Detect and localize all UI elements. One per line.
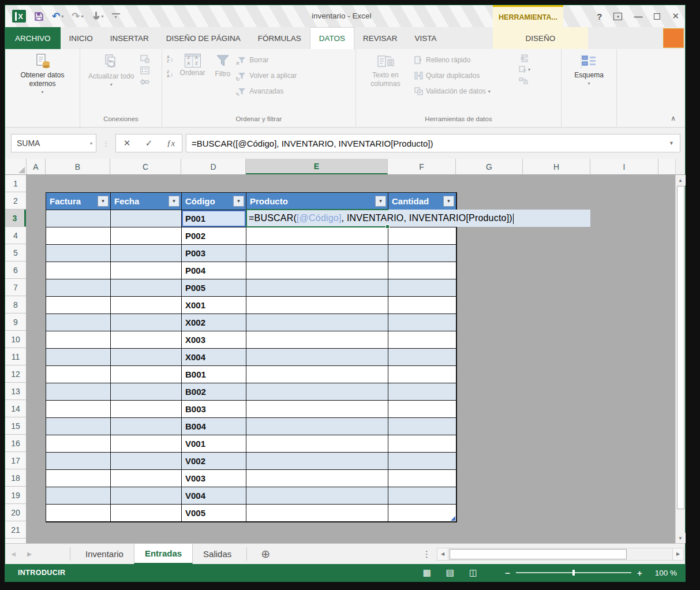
row-header-21[interactable]: 21 bbox=[5, 521, 26, 539]
code-cell-P003[interactable]: P003 bbox=[182, 245, 246, 262]
table-cell-r10c5[interactable] bbox=[246, 331, 388, 349]
tab-inicio[interactable]: INICIO bbox=[61, 27, 102, 49]
code-cell-P005[interactable]: P005 bbox=[182, 279, 246, 297]
minimize-button[interactable]: — bbox=[634, 12, 642, 21]
formula-bar-splitter[interactable]: ⋮ bbox=[100, 139, 112, 148]
row-header-3[interactable]: 3 bbox=[5, 210, 26, 227]
row-header-20[interactable]: 20 bbox=[5, 504, 26, 521]
table-cell-r16c3[interactable] bbox=[111, 435, 182, 453]
table-cell-r19c2[interactable] bbox=[46, 487, 111, 505]
row-header-10[interactable]: 10 bbox=[5, 331, 26, 348]
table-cell-r19c3[interactable] bbox=[111, 487, 182, 505]
table-cell-r13c3[interactable] bbox=[111, 383, 182, 401]
advanced-filter-button[interactable]: ✎ Avanzadas bbox=[237, 85, 297, 98]
clear-filter-button[interactable]: ✕ Borrar bbox=[237, 54, 297, 66]
reapply-filter-button[interactable]: ↻ Volver a aplicar bbox=[237, 69, 297, 82]
table-cell-r15c3[interactable] bbox=[111, 418, 182, 435]
row-header-15[interactable]: 15 bbox=[5, 417, 26, 435]
touch-mode-dropdown-icon[interactable]: ▾ bbox=[102, 14, 104, 19]
table-cell-r5c3[interactable] bbox=[111, 245, 182, 262]
data-validation-button[interactable]: Validación de datos ▾ bbox=[413, 85, 516, 98]
sort-button[interactable]: ZAAZ Ordenar bbox=[177, 51, 209, 80]
qat-customize-button[interactable]: ▾ bbox=[112, 13, 120, 20]
table-header-factura[interactable]: Factura▼ bbox=[46, 193, 111, 210]
vertical-scroll-thumb[interactable] bbox=[677, 186, 684, 509]
formula-input[interactable]: =BUSCAR([@Código], INVENTARIO, INVENTARI… bbox=[186, 134, 680, 152]
maximize-button[interactable] bbox=[654, 13, 660, 20]
table-cell-r7c6[interactable] bbox=[388, 279, 456, 297]
table-cell-r4c6[interactable] bbox=[388, 227, 456, 245]
refresh-all-button[interactable]: Actualizar todo ▾ bbox=[85, 51, 137, 90]
new-sheet-button[interactable]: ⊕ bbox=[252, 544, 279, 564]
table-cell-r7c2[interactable] bbox=[46, 279, 111, 297]
name-box-dropdown-icon[interactable]: ▾ bbox=[90, 141, 92, 146]
edit-links-button[interactable] bbox=[140, 78, 149, 86]
view-page-break-icon[interactable]: ◫ bbox=[469, 567, 477, 578]
table-cell-r11c5[interactable] bbox=[246, 349, 388, 366]
table-cell-r15c5[interactable] bbox=[246, 418, 388, 435]
table-cell-r6c3[interactable] bbox=[111, 262, 182, 279]
code-cell-B003[interactable]: B003 bbox=[182, 401, 246, 418]
table-cell-r3c2[interactable] bbox=[46, 210, 111, 227]
code-cell-X003[interactable]: X003 bbox=[182, 331, 246, 349]
table-header-producto[interactable]: Producto▼ bbox=[246, 193, 388, 210]
table-cell-r16c6[interactable] bbox=[388, 435, 456, 453]
remove-duplicates-button[interactable]: Quitar duplicados bbox=[413, 69, 516, 82]
get-external-data-button[interactable]: Obtener datos externos ▾ bbox=[10, 51, 75, 98]
sheet-tab-options[interactable]: ⋮ bbox=[418, 544, 436, 564]
filter-button[interactable]: Filtro bbox=[212, 51, 234, 81]
code-cell-V002[interactable]: V002 bbox=[182, 453, 246, 470]
table-cell-r18c2[interactable] bbox=[46, 470, 111, 487]
row-header-13[interactable]: 13 bbox=[5, 383, 26, 400]
sort-za-button[interactable]: ZA↓ bbox=[167, 70, 174, 78]
table-cell-r5c2[interactable] bbox=[46, 245, 111, 262]
scroll-right-button[interactable]: ▶ bbox=[672, 548, 684, 561]
table-cell-r6c2[interactable] bbox=[46, 262, 111, 279]
table-cell-r11c2[interactable] bbox=[46, 349, 111, 366]
code-cell-P004[interactable]: P004 bbox=[182, 262, 246, 279]
table-header-fecha[interactable]: Fecha▼ bbox=[111, 193, 182, 210]
tab-diseno-contextual[interactable]: DISEÑO bbox=[517, 34, 564, 43]
what-if-analysis-button[interactable]: ? ▾ bbox=[519, 66, 530, 73]
table-cell-r14c3[interactable] bbox=[111, 401, 182, 418]
select-all-corner[interactable] bbox=[5, 159, 27, 174]
tab-revisar[interactable]: REVISAR bbox=[354, 27, 406, 49]
table-cell-r9c3[interactable] bbox=[111, 314, 182, 331]
connection-properties-button[interactable] bbox=[140, 54, 149, 63]
table-cell-r5c6[interactable] bbox=[388, 245, 456, 262]
scroll-down-button[interactable]: ▼ bbox=[676, 533, 686, 543]
table-cell-r13c5[interactable] bbox=[246, 383, 388, 401]
table-cell-r10c6[interactable] bbox=[388, 331, 456, 349]
filter-dropdown-button[interactable]: ▼ bbox=[169, 196, 179, 207]
sheet-tab-entradas[interactable]: Entradas bbox=[134, 544, 193, 564]
redo-dropdown-icon[interactable]: ▾ bbox=[81, 14, 84, 19]
code-cell-X001[interactable]: X001 bbox=[182, 297, 246, 314]
table-cell-r20c2[interactable] bbox=[46, 505, 111, 522]
sort-az-button[interactable]: AZ↓ bbox=[167, 55, 174, 63]
text-to-columns-button[interactable]: Texto en columnas bbox=[361, 51, 410, 91]
row-header-7[interactable]: 7 bbox=[5, 279, 26, 296]
code-cell-B002[interactable]: B002 bbox=[182, 383, 246, 401]
cancel-entry-button[interactable]: ✕ bbox=[116, 138, 138, 148]
table-cell-r13c2[interactable] bbox=[46, 383, 111, 401]
row-header-18[interactable]: 18 bbox=[5, 469, 26, 487]
close-button[interactable]: ✕ bbox=[672, 11, 679, 21]
code-cell-B001[interactable]: B001 bbox=[182, 366, 246, 383]
table-cell-r17c2[interactable] bbox=[46, 453, 111, 470]
row-header-14[interactable]: 14 bbox=[5, 400, 26, 417]
row-header-19[interactable]: 19 bbox=[5, 487, 26, 504]
ribbon-display-options-button[interactable]: ▲ bbox=[613, 13, 622, 20]
filter-dropdown-button[interactable]: ▼ bbox=[98, 196, 108, 207]
table-cell-r15c2[interactable] bbox=[46, 418, 111, 435]
confirm-entry-button[interactable]: ✓ bbox=[138, 138, 160, 148]
table-cell-r15c6[interactable] bbox=[388, 418, 456, 435]
table-cell-r9c6[interactable] bbox=[388, 314, 456, 331]
table-cell-r10c2[interactable] bbox=[46, 331, 111, 349]
table-header-código[interactable]: Código▼ bbox=[182, 193, 246, 210]
row-header-1[interactable]: 1 bbox=[5, 175, 26, 192]
tab-insertar[interactable]: INSERTAR bbox=[102, 27, 158, 49]
scroll-up-button[interactable]: ▲ bbox=[676, 175, 686, 185]
horizontal-scroll-track[interactable] bbox=[448, 548, 672, 561]
undo-dropdown-icon[interactable]: ▾ bbox=[61, 14, 63, 19]
filter-dropdown-button[interactable]: ▼ bbox=[375, 196, 386, 207]
